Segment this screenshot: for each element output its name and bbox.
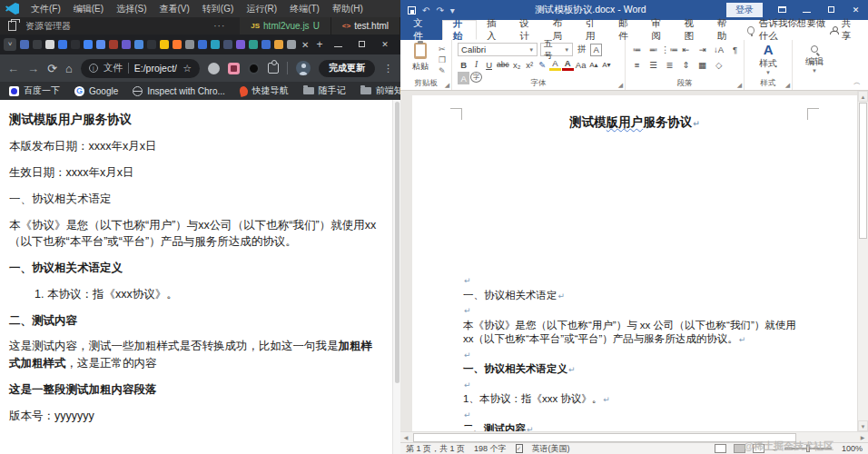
- tab-file[interactable]: 文件: [400, 20, 442, 40]
- forward-icon[interactable]: →: [27, 62, 39, 75]
- close-tab-icon[interactable]: ✕: [301, 40, 309, 50]
- font-size-dropdown[interactable]: 五号▼: [540, 43, 573, 56]
- browser-tab-favicon[interactable]: [20, 40, 29, 49]
- menu-item[interactable]: 选择(S): [110, 4, 153, 14]
- proofing-icon[interactable]: ✓: [516, 444, 523, 453]
- browser-tab-favicon[interactable]: [287, 40, 296, 49]
- close-button[interactable]: ✕: [373, 40, 397, 49]
- browser-tab-favicon[interactable]: [274, 40, 283, 49]
- reload-icon[interactable]: ⟳: [47, 62, 57, 75]
- home-icon[interactable]: ⌂: [65, 62, 73, 75]
- browser-tab-favicon[interactable]: [84, 40, 93, 49]
- editing-button[interactable]: 编辑 ▼: [798, 43, 831, 78]
- tell-me-box[interactable]: 告诉我你想要做什么: [747, 17, 831, 43]
- tab-视图[interactable]: 视图: [674, 20, 706, 40]
- save-icon[interactable]: [408, 6, 416, 15]
- character-border-icon[interactable]: A: [590, 44, 602, 56]
- tab-插入[interactable]: 插入: [477, 20, 509, 40]
- hscrollbar-thumb[interactable]: [413, 433, 796, 442]
- extension-icon[interactable]: [208, 63, 220, 74]
- paragraph-tool-icon[interactable]: ↓A: [713, 43, 725, 55]
- zoom-slider-thumb[interactable]: [806, 445, 810, 452]
- font-tool-icon[interactable]: I: [470, 58, 482, 71]
- tab-邮件[interactable]: 邮件: [608, 20, 641, 40]
- browser-tab-favicon[interactable]: [109, 40, 118, 49]
- browser-tab-favicon[interactable]: [147, 40, 156, 49]
- collapse-ribbon-icon[interactable]: ︿: [853, 77, 868, 90]
- paragraph-tool-icon[interactable]: ⇤: [680, 43, 692, 55]
- maximize-button[interactable]: [819, 5, 843, 15]
- dialog-launcher-icon[interactable]: ◢: [785, 82, 790, 89]
- menu-item[interactable]: 终端(T): [283, 4, 326, 14]
- explorer-files-icon[interactable]: [8, 21, 16, 31]
- browser-tab-favicon[interactable]: [71, 40, 80, 49]
- paragraph-tool-icon[interactable]: ☰: [647, 58, 659, 71]
- font-tool-icon[interactable]: B: [458, 58, 469, 71]
- qat-customize-icon[interactable]: ▾: [450, 5, 455, 15]
- page-info-icon[interactable]: i: [89, 64, 98, 73]
- browser-tab-favicon[interactable]: [236, 40, 245, 49]
- bookmark-item[interactable]: GGoogle: [74, 86, 118, 96]
- horizontal-scrollbar[interactable]: ◀ ▶: [400, 431, 868, 442]
- scrollbar-thumb[interactable]: [859, 103, 867, 239]
- paste-button[interactable]: 粘贴: [406, 43, 435, 78]
- paragraph-tool-icon[interactable]: ¶: [729, 43, 741, 55]
- clipboard-tool-icon[interactable]: ✂: [439, 44, 446, 54]
- font-tool-icon[interactable]: A▴: [587, 58, 599, 71]
- address-bar[interactable]: i 文件 E:/project/myself... ☆: [81, 59, 200, 78]
- tab-引用[interactable]: 引用: [576, 20, 608, 40]
- browser-tab-favicon[interactable]: [261, 40, 271, 49]
- browser-tab-favicon[interactable]: [96, 40, 105, 49]
- font-tool-icon[interactable]: A: [562, 58, 574, 71]
- phonetic-guide-icon[interactable]: 拼: [576, 44, 587, 56]
- browser-tab-favicon[interactable]: [122, 40, 131, 49]
- scroll-left-icon[interactable]: ◀: [400, 434, 411, 440]
- menu-item[interactable]: 转到(G): [196, 4, 240, 14]
- tab-设计[interactable]: 设计: [509, 20, 542, 40]
- paragraph-tool-icon[interactable]: ⋮≔: [664, 43, 676, 55]
- paragraph-tool-icon[interactable]: ▦: [696, 58, 708, 71]
- tab-html2vue-js[interactable]: JS html2vue.js U: [240, 17, 331, 35]
- scroll-down-icon[interactable]: ▼: [858, 420, 868, 431]
- browser-tab-favicon[interactable]: [173, 40, 182, 49]
- clipboard-tool-icon[interactable]: ✎: [439, 66, 446, 75]
- word-count[interactable]: 198 个字: [474, 443, 507, 454]
- dialog-launcher-icon[interactable]: ◢: [445, 82, 449, 89]
- font-tool-icon[interactable]: x²: [524, 58, 536, 71]
- read-mode-icon[interactable]: [715, 444, 726, 453]
- profile-avatar[interactable]: [296, 61, 311, 75]
- extensions-puzzle-icon[interactable]: [268, 63, 279, 74]
- paragraph-tool-icon[interactable]: ≡: [631, 58, 643, 71]
- font-tool-icon[interactable]: ✎: [537, 58, 548, 71]
- zoom-out-icon[interactable]: –: [772, 444, 777, 454]
- zoom-level[interactable]: 100%: [839, 444, 863, 453]
- tab-帮助[interactable]: 帮助: [707, 20, 740, 40]
- page-count[interactable]: 第 1 页，共 1 页: [406, 443, 465, 454]
- maximize-button[interactable]: [350, 40, 373, 49]
- menu-item[interactable]: 编辑(E): [67, 4, 110, 14]
- browser-tab-favicon[interactable]: [185, 40, 194, 49]
- close-button[interactable]: ✕: [843, 5, 868, 15]
- menu-item[interactable]: 文件(F): [25, 4, 67, 14]
- redo-icon[interactable]: ↷: [436, 5, 443, 15]
- tab-审阅[interactable]: 审阅: [641, 20, 674, 40]
- chrome-update-button[interactable]: 完成更新: [319, 60, 375, 77]
- browser-menu-icon[interactable]: ⋮: [383, 63, 393, 74]
- browser-tab-favicon[interactable]: [33, 40, 42, 49]
- dialog-launcher-icon[interactable]: ◢: [737, 82, 742, 89]
- dialog-launcher-icon[interactable]: ◢: [618, 82, 623, 89]
- new-tab-button[interactable]: +: [316, 38, 322, 51]
- bookmark-star-icon[interactable]: ☆: [182, 63, 192, 74]
- font-tool-icon[interactable]: A▾: [600, 58, 612, 71]
- back-icon[interactable]: ←: [7, 62, 19, 75]
- browser-tab-favicon[interactable]: [198, 40, 207, 49]
- paragraph-tool-icon[interactable]: ≣: [664, 58, 676, 71]
- paragraph-tool-icon[interactable]: ◇: [713, 58, 725, 71]
- paragraph-tool-icon[interactable]: ⇥: [696, 43, 708, 55]
- web-layout-icon[interactable]: [753, 444, 764, 453]
- styles-button[interactable]: A 样式 ▼: [750, 43, 786, 78]
- ribbon-display-icon[interactable]: [770, 5, 794, 15]
- paragraph-tool-icon[interactable]: ≔: [631, 43, 643, 55]
- font-tool-icon[interactable]: x₂: [511, 58, 523, 71]
- browser-tab-favicon[interactable]: [223, 40, 232, 49]
